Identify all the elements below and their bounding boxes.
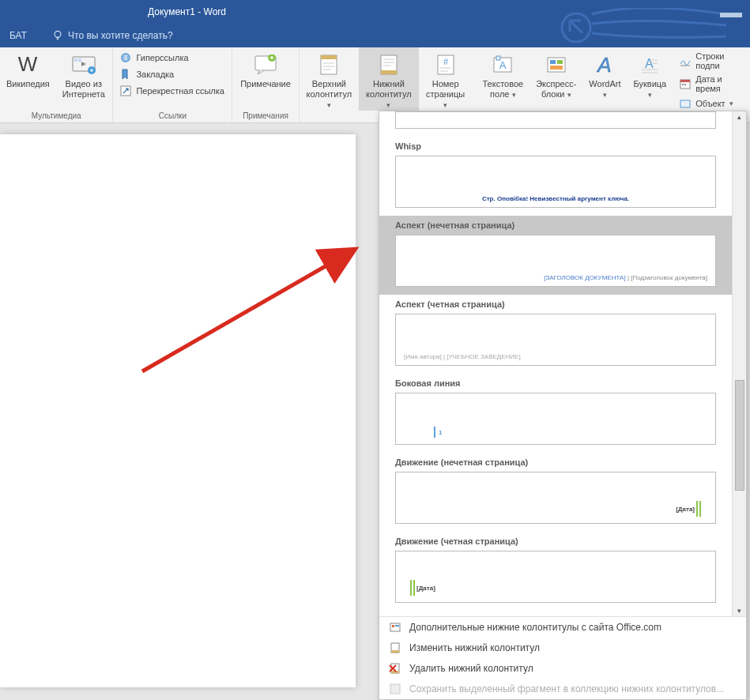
svg-rect-33 bbox=[390, 623, 400, 631]
gallery-item[interactable]: Аспект (нечетная страница)[ЗАГОЛОВОК ДОК… bbox=[379, 216, 732, 295]
online-video-button[interactable]: Видео изИнтернета bbox=[56, 47, 111, 100]
svg-rect-5 bbox=[74, 58, 77, 62]
express-blocks-button[interactable]: Экспресс-блоки ▾ bbox=[530, 47, 582, 100]
hyperlink-icon bbox=[119, 51, 132, 64]
gallery-preview[interactable]: [Имя автора] | [УЧЕБНОЕ ЗАВЕДЕНИЕ] bbox=[395, 314, 716, 366]
hyperlink-button[interactable]: Гиперссылка bbox=[118, 51, 226, 65]
object-icon bbox=[679, 97, 692, 110]
edit-footer-button[interactable]: Изменить нижний колонтитул bbox=[379, 638, 746, 658]
remove-footer-icon bbox=[389, 662, 401, 675]
textbox-button[interactable]: A Текстовоеполе ▾ bbox=[477, 47, 530, 100]
calendar-icon bbox=[679, 77, 692, 90]
svg-rect-28 bbox=[680, 80, 690, 82]
chevron-down-icon: ▾ bbox=[327, 101, 331, 109]
svg-rect-22 bbox=[550, 60, 556, 64]
chevron-down-icon: ▾ bbox=[512, 91, 516, 99]
remove-footer-button[interactable]: Удалить нижний колонтитул bbox=[379, 658, 746, 679]
textbox-icon: A bbox=[492, 55, 513, 75]
gallery-scrollbar[interactable]: ▴ ▾ bbox=[732, 111, 746, 616]
titlebar: Документ1 - Word bbox=[0, 0, 750, 24]
tell-me[interactable]: Что вы хотите сделать? bbox=[52, 30, 173, 41]
svg-point-2 bbox=[55, 31, 61, 37]
page-number-icon: # bbox=[436, 54, 455, 76]
group-comments-label: Примечания bbox=[232, 110, 298, 122]
gallery-item-label: Боковая линия bbox=[395, 374, 716, 393]
gallery-item[interactable]: Движение (нечетная страница)[Дата] bbox=[379, 453, 732, 532]
chevron-down-icon: ▾ bbox=[567, 91, 571, 99]
decorative-lines bbox=[545, 8, 750, 47]
object-button[interactable]: Объект ▾ bbox=[677, 96, 745, 111]
scroll-up-icon[interactable]: ▴ bbox=[736, 111, 743, 122]
svg-rect-40 bbox=[390, 684, 400, 694]
window-title: Документ1 - Word bbox=[148, 6, 226, 17]
comment-button[interactable]: Примечание bbox=[234, 47, 297, 89]
gallery-preview[interactable]: [Дата] bbox=[395, 472, 716, 524]
comment-icon bbox=[254, 55, 277, 75]
signature-icon bbox=[679, 55, 692, 67]
wikipedia-button[interactable]: W Википедия bbox=[0, 47, 56, 89]
gallery-item-label: Движение (нечетная страница) bbox=[395, 453, 716, 472]
dropcap-button[interactable]: A Буквица▾ bbox=[628, 47, 673, 100]
signature-line-button[interactable]: Строки подпи bbox=[677, 51, 745, 71]
group-media-label: Мультимедиа bbox=[0, 110, 112, 122]
svg-rect-34 bbox=[392, 625, 394, 627]
svg-rect-23 bbox=[557, 60, 563, 64]
svg-text:A: A bbox=[499, 59, 507, 71]
crossref-button[interactable]: Перекрестная ссылка bbox=[118, 84, 226, 98]
video-icon bbox=[72, 55, 96, 74]
bookmark-button[interactable]: Закладка bbox=[118, 67, 226, 81]
page-number-button[interactable]: # Номерстраницы ▾ bbox=[419, 47, 473, 111]
wordart-button[interactable]: A WordArt▾ bbox=[582, 47, 627, 100]
chevron-down-icon: ▾ bbox=[603, 91, 607, 99]
express-icon bbox=[546, 55, 567, 75]
scroll-down-icon[interactable]: ▾ bbox=[736, 605, 743, 616]
header-icon bbox=[319, 54, 338, 76]
bookmark-icon bbox=[119, 68, 132, 81]
footer-gallery-dropdown: WhispСтр. Оповібка! Невизвестный аргумен… bbox=[379, 111, 747, 700]
svg-rect-13 bbox=[321, 55, 337, 59]
edit-footer-icon bbox=[389, 642, 401, 654]
gallery-item-label: Whisp bbox=[395, 137, 716, 156]
wikipedia-icon: W bbox=[17, 54, 39, 76]
dropcap-icon: A bbox=[639, 55, 660, 75]
office-icon bbox=[389, 621, 401, 634]
save-selection-button: Сохранить выделенный фрагмент в коллекци… bbox=[379, 679, 746, 699]
crossref-icon bbox=[119, 85, 132, 97]
svg-rect-15 bbox=[381, 70, 397, 74]
lightbulb-icon bbox=[52, 30, 63, 41]
gallery-preview[interactable] bbox=[395, 111, 716, 129]
svg-text:#: # bbox=[443, 57, 449, 66]
footer-button[interactable]: Нижнийколонтитул ▾ bbox=[359, 47, 419, 111]
datetime-button[interactable]: Дата и время bbox=[677, 73, 745, 94]
tab-bat[interactable]: БАТ bbox=[3, 30, 33, 41]
gallery-preview[interactable]: [ЗАГОЛОВОК ДОКУМЕНТА] | [Подзаголовок до… bbox=[395, 235, 716, 287]
chevron-down-icon: ▾ bbox=[386, 101, 390, 109]
svg-rect-37 bbox=[391, 650, 399, 653]
gallery-item-label: Аспект (четная страница) bbox=[395, 295, 716, 314]
wordart-icon: A bbox=[594, 54, 616, 76]
gallery-item-label: Движение (четная страница) bbox=[395, 532, 716, 551]
gallery-item[interactable]: Аспект (четная страница)[Имя автора] | [… bbox=[379, 295, 732, 374]
gallery-preview[interactable]: [Дата] bbox=[395, 551, 716, 603]
svg-rect-24 bbox=[550, 66, 563, 70]
more-footers-button[interactable]: Дополнительные нижние колонтитулы с сайт… bbox=[379, 617, 746, 638]
gallery-preview[interactable]: Стр. Оповібка! Невизвестный аргумент клю… bbox=[395, 156, 716, 208]
save-icon bbox=[389, 683, 401, 695]
scrollbar-thumb[interactable] bbox=[735, 380, 744, 491]
chevron-down-icon: ▾ bbox=[443, 101, 447, 109]
svg-text:W: W bbox=[18, 54, 38, 76]
svg-rect-35 bbox=[395, 625, 399, 627]
tell-me-label: Что вы хотите сделать? bbox=[68, 30, 173, 41]
chevron-down-icon: ▾ bbox=[648, 91, 652, 99]
page[interactable] bbox=[0, 134, 356, 687]
header-button[interactable]: Верхнийколонтитул ▾ bbox=[300, 47, 360, 111]
gallery-preview[interactable]: 1 bbox=[395, 393, 716, 445]
svg-text:A: A bbox=[597, 54, 612, 76]
svg-rect-29 bbox=[682, 84, 684, 85]
chevron-down-icon: ▾ bbox=[729, 100, 733, 107]
gallery-item[interactable]: Боковая линия1 bbox=[379, 374, 732, 453]
svg-rect-21 bbox=[548, 58, 565, 72]
gallery-item[interactable]: WhispСтр. Оповібка! Невизвестный аргумен… bbox=[379, 137, 732, 216]
group-links-label: Ссылки bbox=[113, 110, 232, 122]
gallery-item[interactable]: Движение (четная страница)[Дата] bbox=[379, 532, 732, 611]
